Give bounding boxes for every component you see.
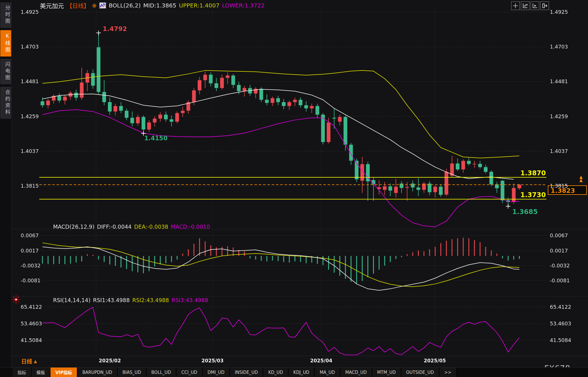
indicator-tab-5[interactable]: BOLL_UD xyxy=(147,368,177,377)
indicator-tab-9[interactable]: KD_UD xyxy=(263,368,288,377)
indicator-tab-13[interactable]: MTM_UD xyxy=(372,368,401,377)
price-up-arrow-icon: ▲▲ xyxy=(579,176,583,182)
main-axis-label-right: 1.4925 xyxy=(550,9,568,15)
indicator-tab-8[interactable]: INSIDE_UD xyxy=(230,368,264,377)
main-axis-label-left: 1.4481 xyxy=(21,78,39,84)
exit-chart-icon[interactable] xyxy=(540,1,549,10)
indicator-tab-15[interactable]: >> xyxy=(439,368,457,377)
month-label-3: 2025/05 xyxy=(424,358,446,364)
axis-play-icon[interactable] xyxy=(531,1,539,10)
main-axis-label-right: 1.4703 xyxy=(550,44,568,50)
main-axis-label-left: 1.4037 xyxy=(21,148,39,154)
rsi1-value: RSI1:43.4988 xyxy=(93,297,130,303)
macd-axis-label-right: 0.0067 xyxy=(550,232,568,238)
sidebar-item-3[interactable]: 合约资料 xyxy=(0,87,11,119)
indicator-tab-6[interactable]: CCI_UD xyxy=(176,368,203,377)
rsi-axis-label-left: 53.4603 xyxy=(21,320,42,327)
support-line-label: 1.3730 xyxy=(520,191,546,199)
boll-mid-value: MID:1.3865 xyxy=(143,2,176,9)
mini-chart-icon[interactable] xyxy=(99,2,106,9)
symbol-title: 美元加元 xyxy=(40,1,64,10)
chart-toolbar xyxy=(511,1,549,10)
main-axis-label-right: 1.4259 xyxy=(550,113,568,119)
month-label-2: 2025/04 xyxy=(310,358,332,364)
recent-low-price-label: 1.3685 xyxy=(512,208,538,215)
boll-lower-value: LOWER:1.3722 xyxy=(222,2,265,9)
indicator-tab-12[interactable]: MACD_UD xyxy=(340,368,372,377)
dropdown-arrow-icon: ▲ xyxy=(34,359,37,364)
high-price-label: 1.4792 xyxy=(103,25,127,32)
panel-divider xyxy=(11,229,588,229)
main-axis-label-left: 1.4259 xyxy=(21,113,39,119)
rsi-axis-label-left: 65.4122 xyxy=(21,304,42,310)
panel-divider xyxy=(11,296,588,296)
axis-zoom-icon[interactable] xyxy=(521,1,529,10)
chart-type-sidebar: 分时图K线图闪电图合约资料 xyxy=(0,0,11,367)
sidebar-item-2[interactable]: 闪电图 xyxy=(0,59,11,84)
macd-axis-label-right: -0.0032 xyxy=(550,263,570,269)
magnet-icon[interactable]: ⊕ xyxy=(92,2,97,9)
low-price-label: 1.4150 xyxy=(144,135,168,142)
main-axis-label-left: 1.4925 xyxy=(21,9,39,15)
period-dropdown[interactable]: 日线▲ xyxy=(21,357,37,365)
indicator-tab-10[interactable]: KDJ_UD xyxy=(289,368,315,377)
main-axis-label-right: 1.3815 xyxy=(550,183,568,189)
main-axis-label-right: 1.4037 xyxy=(550,148,568,154)
rsi-axis-label-left: 41.5084 xyxy=(21,337,42,343)
boll-upper-value: UPPER:1.4007 xyxy=(179,2,219,9)
macd-axis-label-left: -0.0032 xyxy=(21,263,40,269)
main-axis-label-right: 1.4481 xyxy=(550,78,568,84)
trading-app-window: { "header": { "symbol": "美元加元", "period"… xyxy=(0,0,588,377)
sidebar-item-0[interactable]: 分时图 xyxy=(0,2,11,28)
indicator-tab-4[interactable]: BIAS_UD xyxy=(118,368,147,377)
indicator-tab-1[interactable]: 模板 xyxy=(32,368,50,377)
rsi-axis-label-right: 53.4603 xyxy=(550,320,571,327)
indicator-tab-14[interactable]: OUTSIDE_UD xyxy=(401,368,439,377)
period-tag[interactable]: 【日线】 xyxy=(67,1,89,10)
rsi2-value: RSI2:43.4988 xyxy=(132,297,169,303)
rsi-title: RSI(14,14,14) xyxy=(53,297,90,303)
sidebar-item-1[interactable]: K线图 xyxy=(0,30,11,57)
panel-divider xyxy=(11,356,588,356)
pan-crosshair-icon[interactable] xyxy=(511,1,520,10)
rsi-axis-label-right: 41.5084 xyxy=(550,337,571,343)
main-chart-header: 美元加元 【日线】 ⊕ BOLL(26,2) MID:1.3865 UPPER:… xyxy=(40,1,265,10)
indicator-tab-bar: 指标模板VIP指标BARUPDN_UDBIAS_UDBOLL_UDCCI_UDD… xyxy=(0,367,588,377)
macd-axis-label-left: 0.0067 xyxy=(21,232,39,238)
indicator-tab-3[interactable]: BARUPDN_UD xyxy=(77,368,118,377)
main-axis-label-left: 1.4703 xyxy=(21,44,39,50)
macd-axis-label-right: 0.0017 xyxy=(550,248,568,254)
main-chart-canvas[interactable] xyxy=(0,0,588,377)
rsi3-value: RSI3:43.4988 xyxy=(172,297,208,303)
rsi-axis-label-right: 65.4122 xyxy=(550,304,571,310)
macd-axis-label-left: 0.0017 xyxy=(21,248,39,254)
indicator-tab-7[interactable]: DMI_UD xyxy=(203,368,230,377)
main-axis-label-left: 1.3815 xyxy=(21,183,39,189)
rsi-panel-header: RSI(14,14,14) RSI1:43.4988 RSI2:43.4988 … xyxy=(53,297,208,303)
boll-indicator-label: BOLL(26,2) xyxy=(109,2,141,9)
indicator-tab-0[interactable]: 指标 xyxy=(13,368,32,377)
indicator-tab-11[interactable]: MA_UD xyxy=(315,368,340,377)
macd-axis-label-right: -0.0081 xyxy=(550,277,570,283)
resistance-line-label: 1.3870 xyxy=(520,169,546,177)
month-label-0: 2025/02 xyxy=(99,358,121,364)
indicator-tab-2[interactable]: VIP指标 xyxy=(50,368,77,377)
macd-axis-label-left: -0.0081 xyxy=(21,277,40,283)
month-label-1: 2025/03 xyxy=(201,358,223,364)
